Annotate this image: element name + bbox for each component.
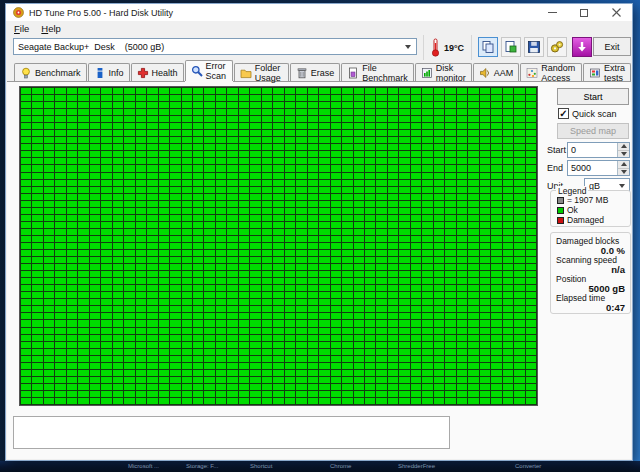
tab-file-benchmark[interactable]: File Benchmark — [341, 63, 414, 81]
start-scan-button[interactable]: Start — [557, 88, 629, 105]
tab-error-scan[interactable]: Error Scan — [185, 60, 233, 81]
drive-selector[interactable]: Seagate Backup+ Desk (5000 gB) — [13, 38, 417, 55]
menu-file[interactable]: File — [14, 23, 29, 34]
scan-block — [526, 349, 536, 355]
scan-block — [422, 313, 432, 319]
scan-block — [434, 215, 444, 221]
tab-erase[interactable]: Erase — [290, 63, 341, 81]
maximize-button[interactable] — [568, 4, 600, 21]
scan-block — [204, 250, 214, 256]
scan-block — [445, 88, 455, 94]
desktop-shortcut-label[interactable]: Converter — [515, 463, 541, 469]
scan-block — [216, 370, 226, 376]
tab-extra-tests[interactable]: Extra tests — [583, 63, 631, 81]
scan-block — [457, 363, 467, 369]
scan-block — [216, 320, 226, 326]
scan-block — [101, 285, 111, 291]
desktop-shortcut-label[interactable]: Shortcut — [250, 463, 272, 469]
scan-block — [204, 88, 214, 94]
scan-block — [491, 313, 501, 319]
scan-block — [250, 88, 260, 94]
end-position-input[interactable]: 5000 — [567, 160, 630, 176]
scan-block — [136, 328, 146, 334]
scan-block — [399, 264, 409, 270]
scan-block — [32, 349, 42, 355]
tab-health[interactable]: Health — [131, 63, 184, 81]
scan-results-box[interactable] — [13, 416, 450, 449]
tab-random-access[interactable]: Random Access — [520, 63, 582, 81]
scan-block — [170, 391, 180, 397]
scan-block — [342, 123, 352, 129]
scan-block — [480, 165, 490, 171]
scan-block — [32, 144, 42, 150]
spin-down-button[interactable] — [618, 169, 629, 176]
scan-block — [411, 158, 421, 164]
scan-block — [227, 264, 237, 270]
tab-info[interactable]: Info — [88, 63, 130, 81]
quick-scan-checkbox[interactable]: ✓ — [558, 108, 569, 119]
desktop-shortcut-label[interactable]: Chrome — [330, 463, 351, 469]
save-button[interactable] — [524, 37, 544, 57]
capture-button[interactable] — [572, 37, 592, 57]
speed-map-button[interactable]: Speed map — [557, 123, 629, 139]
scan-block — [90, 370, 100, 376]
scan-block — [90, 250, 100, 256]
scan-block — [113, 306, 123, 312]
scan-block — [296, 88, 306, 94]
scan-block — [411, 144, 421, 150]
scan-block — [21, 349, 31, 355]
scan-block — [354, 123, 364, 129]
scan-block — [136, 356, 146, 362]
scan-block — [55, 257, 65, 263]
tab-folder-usage[interactable]: Folder Usage — [234, 63, 289, 81]
scan-block — [262, 264, 272, 270]
desktop-shortcut-label[interactable]: Microsoft ... — [128, 463, 159, 469]
scan-block — [457, 285, 467, 291]
scan-block — [331, 194, 341, 200]
scan-block — [285, 328, 295, 334]
scan-block — [457, 236, 467, 242]
scan-block — [273, 335, 283, 341]
desktop-shortcut-label[interactable]: ShredderFree — [398, 463, 435, 469]
tab-disk-monitor[interactable]: Disk monitor — [415, 63, 472, 81]
scan-block — [434, 363, 444, 369]
scan-block — [273, 243, 283, 249]
scan-block — [422, 109, 432, 115]
desktop-shortcut-label[interactable]: Storage: F... — [186, 463, 218, 469]
copy-image-button[interactable] — [501, 37, 521, 57]
scan-block — [526, 335, 536, 341]
scan-block — [434, 151, 444, 157]
spin-down-button[interactable] — [618, 151, 629, 158]
exit-button[interactable]: Exit — [593, 37, 631, 56]
scan-block — [78, 123, 88, 129]
desktop-taskbar-strip: Microsoft ... Storage: F... Shortcut Chr… — [0, 461, 640, 472]
scan-block — [285, 102, 295, 108]
scan-block — [354, 180, 364, 186]
copy-button[interactable] — [478, 37, 498, 57]
scan-block — [147, 285, 157, 291]
spin-up-button[interactable] — [618, 161, 629, 169]
menu-help[interactable]: Help — [41, 23, 61, 34]
scan-block — [285, 180, 295, 186]
drive-selector-value: Seagate Backup+ Desk (5000 gB) — [14, 42, 400, 52]
scan-block — [411, 243, 421, 249]
scan-block — [170, 243, 180, 249]
minimize-button[interactable] — [536, 4, 568, 21]
scan-block — [67, 285, 77, 291]
close-button[interactable] — [600, 4, 632, 21]
scan-block — [136, 342, 146, 348]
scan-block — [136, 109, 146, 115]
spin-up-button[interactable] — [618, 143, 629, 151]
scan-block — [399, 306, 409, 312]
start-position-input[interactable]: 0 — [567, 142, 630, 158]
options-button[interactable] — [547, 37, 567, 57]
tab-aam[interactable]: AAM — [473, 63, 520, 81]
scan-block — [67, 215, 77, 221]
scan-block — [503, 243, 513, 249]
quick-scan-option[interactable]: ✓ Quick scan — [558, 108, 617, 119]
scan-block — [170, 116, 180, 122]
scan-block — [480, 243, 490, 249]
tab-benchmark[interactable]: Benchmark — [14, 63, 87, 81]
scan-block — [44, 370, 54, 376]
scan-block — [101, 208, 111, 214]
